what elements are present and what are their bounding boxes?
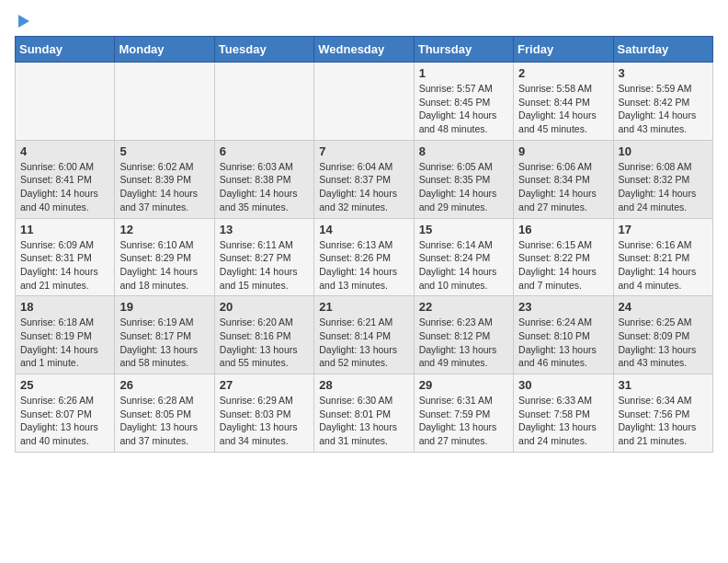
calendar-header-saturday: Saturday	[613, 37, 712, 63]
day-number: 28	[319, 378, 408, 392]
day-number: 22	[419, 300, 508, 314]
day-number: 21	[319, 300, 408, 314]
calendar-cell: 12Sunrise: 6:10 AM Sunset: 8:29 PM Dayli…	[115, 218, 214, 296]
day-info: Sunrise: 6:11 AM Sunset: 8:27 PM Dayligh…	[220, 238, 309, 293]
day-info: Sunrise: 6:24 AM Sunset: 8:10 PM Dayligh…	[518, 316, 608, 370]
calendar-cell: 13Sunrise: 6:11 AM Sunset: 8:27 PM Dayli…	[214, 218, 313, 296]
day-number: 19	[119, 300, 209, 314]
day-info: Sunrise: 6:00 AM Sunset: 8:41 PM Dayligh…	[20, 160, 109, 214]
day-number: 12	[119, 223, 209, 236]
day-info: Sunrise: 6:09 AM Sunset: 8:31 PM Dayligh…	[20, 238, 109, 293]
calendar-cell: 14Sunrise: 6:13 AM Sunset: 8:26 PM Dayli…	[314, 218, 414, 296]
day-number: 10	[619, 144, 708, 158]
calendar-cell: 6Sunrise: 6:03 AM Sunset: 8:38 PM Daylig…	[214, 140, 313, 218]
day-number: 4	[20, 144, 109, 158]
day-number: 11	[20, 223, 109, 236]
day-number: 15	[419, 223, 508, 236]
day-number: 6	[220, 144, 309, 158]
day-number: 30	[518, 378, 608, 392]
calendar-header-wednesday: Wednesday	[314, 37, 414, 63]
calendar-cell: 18Sunrise: 6:18 AM Sunset: 8:19 PM Dayli…	[16, 296, 115, 374]
day-number: 14	[319, 223, 408, 236]
calendar-cell: 11Sunrise: 6:09 AM Sunset: 8:31 PM Dayli…	[16, 218, 115, 296]
day-number: 9	[518, 144, 608, 158]
day-number: 18	[20, 300, 109, 314]
day-info: Sunrise: 6:14 AM Sunset: 8:24 PM Dayligh…	[419, 238, 508, 293]
calendar-body: 1Sunrise: 5:57 AM Sunset: 8:45 PM Daylig…	[16, 63, 713, 453]
day-info: Sunrise: 5:57 AM Sunset: 8:45 PM Dayligh…	[419, 82, 508, 136]
calendar-cell: 27Sunrise: 6:29 AM Sunset: 8:03 PM Dayli…	[214, 374, 313, 453]
day-number: 3	[619, 66, 708, 80]
day-number: 24	[619, 300, 708, 314]
day-number: 25	[20, 378, 109, 392]
calendar-cell: 3Sunrise: 5:59 AM Sunset: 8:42 PM Daylig…	[613, 63, 712, 141]
day-info: Sunrise: 6:13 AM Sunset: 8:26 PM Dayligh…	[319, 238, 408, 293]
calendar-cell: 2Sunrise: 5:58 AM Sunset: 8:44 PM Daylig…	[514, 63, 613, 141]
calendar-cell: 22Sunrise: 6:23 AM Sunset: 8:12 PM Dayli…	[414, 296, 513, 374]
calendar-header-thursday: Thursday	[414, 37, 513, 63]
calendar-cell: 10Sunrise: 6:08 AM Sunset: 8:32 PM Dayli…	[613, 140, 712, 218]
day-info: Sunrise: 6:15 AM Sunset: 8:22 PM Dayligh…	[518, 238, 608, 293]
day-number: 1	[419, 66, 508, 80]
calendar-cell	[314, 63, 414, 141]
calendar-cell: 15Sunrise: 6:14 AM Sunset: 8:24 PM Dayli…	[414, 218, 513, 296]
day-info: Sunrise: 6:30 AM Sunset: 8:01 PM Dayligh…	[319, 394, 408, 448]
calendar-week-4: 18Sunrise: 6:18 AM Sunset: 8:19 PM Dayli…	[16, 296, 713, 374]
calendar-header-friday: Friday	[514, 37, 613, 63]
calendar-cell: 16Sunrise: 6:15 AM Sunset: 8:22 PM Dayli…	[514, 218, 613, 296]
day-info: Sunrise: 6:29 AM Sunset: 8:03 PM Dayligh…	[220, 394, 309, 448]
day-number: 17	[619, 223, 708, 236]
calendar-header-monday: Monday	[115, 37, 214, 63]
day-number: 5	[119, 144, 209, 158]
day-info: Sunrise: 6:10 AM Sunset: 8:29 PM Dayligh…	[119, 238, 209, 293]
calendar-cell: 29Sunrise: 6:31 AM Sunset: 7:59 PM Dayli…	[414, 374, 513, 453]
day-info: Sunrise: 6:20 AM Sunset: 8:16 PM Dayligh…	[220, 316, 309, 370]
day-number: 29	[419, 378, 508, 392]
day-number: 27	[220, 378, 309, 392]
calendar-cell: 19Sunrise: 6:19 AM Sunset: 8:17 PM Dayli…	[115, 296, 214, 374]
calendar-cell: 23Sunrise: 6:24 AM Sunset: 8:10 PM Dayli…	[514, 296, 613, 374]
calendar-cell: 31Sunrise: 6:34 AM Sunset: 7:56 PM Dayli…	[613, 374, 712, 453]
day-number: 16	[518, 223, 608, 236]
day-info: Sunrise: 6:23 AM Sunset: 8:12 PM Dayligh…	[419, 316, 508, 370]
day-info: Sunrise: 5:59 AM Sunset: 8:42 PM Dayligh…	[619, 82, 708, 136]
calendar-cell	[115, 63, 214, 141]
day-info: Sunrise: 6:26 AM Sunset: 8:07 PM Dayligh…	[20, 394, 109, 448]
calendar-week-2: 4Sunrise: 6:00 AM Sunset: 8:41 PM Daylig…	[16, 140, 713, 218]
day-info: Sunrise: 6:25 AM Sunset: 8:09 PM Dayligh…	[619, 316, 708, 370]
calendar-week-5: 25Sunrise: 6:26 AM Sunset: 8:07 PM Dayli…	[16, 374, 713, 453]
calendar-header-row: SundayMondayTuesdayWednesdayThursdayFrid…	[16, 37, 713, 63]
day-info: Sunrise: 6:03 AM Sunset: 8:38 PM Dayligh…	[220, 160, 309, 214]
calendar-week-1: 1Sunrise: 5:57 AM Sunset: 8:45 PM Daylig…	[16, 63, 713, 141]
calendar-table: SundayMondayTuesdayWednesdayThursdayFrid…	[15, 36, 713, 453]
day-info: Sunrise: 6:18 AM Sunset: 8:19 PM Dayligh…	[20, 316, 109, 370]
day-number: 31	[619, 378, 708, 392]
day-info: Sunrise: 6:05 AM Sunset: 8:35 PM Dayligh…	[419, 160, 508, 214]
day-number: 26	[119, 378, 209, 392]
calendar-cell: 20Sunrise: 6:20 AM Sunset: 8:16 PM Dayli…	[214, 296, 313, 374]
calendar-week-3: 11Sunrise: 6:09 AM Sunset: 8:31 PM Dayli…	[16, 218, 713, 296]
day-number: 7	[319, 144, 408, 158]
day-info: Sunrise: 6:31 AM Sunset: 7:59 PM Dayligh…	[419, 394, 508, 448]
calendar-cell: 7Sunrise: 6:04 AM Sunset: 8:37 PM Daylig…	[314, 140, 414, 218]
day-number: 13	[220, 223, 309, 236]
day-number: 23	[518, 300, 608, 314]
calendar-cell: 17Sunrise: 6:16 AM Sunset: 8:21 PM Dayli…	[613, 218, 712, 296]
calendar-header-tuesday: Tuesday	[214, 37, 313, 63]
calendar-cell: 4Sunrise: 6:00 AM Sunset: 8:41 PM Daylig…	[16, 140, 115, 218]
day-number: 8	[419, 144, 508, 158]
day-info: Sunrise: 6:28 AM Sunset: 8:05 PM Dayligh…	[119, 394, 209, 448]
day-info: Sunrise: 6:16 AM Sunset: 8:21 PM Dayligh…	[619, 238, 708, 293]
day-number: 20	[220, 300, 309, 314]
calendar-cell: 26Sunrise: 6:28 AM Sunset: 8:05 PM Dayli…	[115, 374, 214, 453]
logo	[15, 15, 29, 25]
day-info: Sunrise: 5:58 AM Sunset: 8:44 PM Dayligh…	[518, 82, 608, 136]
calendar-cell: 9Sunrise: 6:06 AM Sunset: 8:34 PM Daylig…	[514, 140, 613, 218]
calendar-cell: 25Sunrise: 6:26 AM Sunset: 8:07 PM Dayli…	[16, 374, 115, 453]
calendar-cell: 28Sunrise: 6:30 AM Sunset: 8:01 PM Dayli…	[314, 374, 414, 453]
calendar-cell: 5Sunrise: 6:02 AM Sunset: 8:39 PM Daylig…	[115, 140, 214, 218]
day-info: Sunrise: 6:33 AM Sunset: 7:58 PM Dayligh…	[518, 394, 608, 448]
day-info: Sunrise: 6:02 AM Sunset: 8:39 PM Dayligh…	[119, 160, 209, 214]
calendar-header-sunday: Sunday	[16, 37, 115, 63]
day-info: Sunrise: 6:19 AM Sunset: 8:17 PM Dayligh…	[119, 316, 209, 370]
